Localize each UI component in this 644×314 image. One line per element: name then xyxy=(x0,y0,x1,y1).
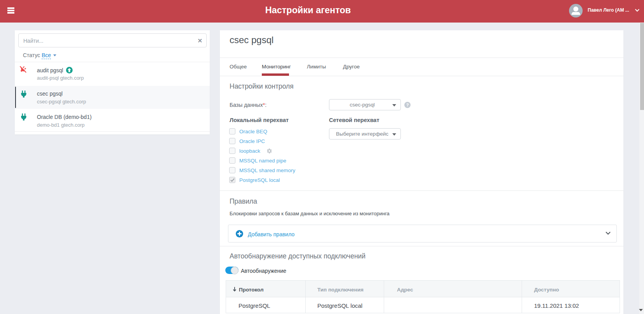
svg-text:?: ? xyxy=(406,103,409,107)
